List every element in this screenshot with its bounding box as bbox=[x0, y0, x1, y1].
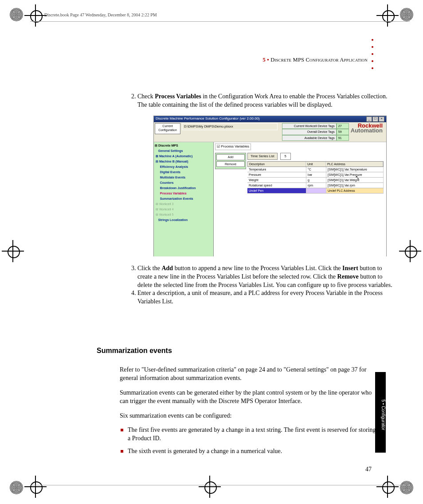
step-3: Click the Add button to append a new lin… bbox=[137, 264, 395, 290]
process-variables-grid[interactable]: Time Series List 5 Description Unit PLC … bbox=[247, 153, 384, 254]
numbered-steps: Check Process Variables in the Configura… bbox=[120, 93, 395, 306]
grid-row-selected[interactable]: Undef PenUndef PLC Address bbox=[247, 188, 384, 194]
grid-row[interactable]: Weightg[SIM]WC[1].Var.Weight bbox=[247, 178, 384, 183]
rockwell-logo: Rockwell Automation bbox=[351, 123, 385, 133]
remove-button[interactable]: Remove bbox=[216, 161, 245, 167]
action-buttons-panel: Add Remove bbox=[215, 153, 246, 169]
embedded-screenshot: Discrete Machine Performance Solution Co… bbox=[153, 116, 387, 256]
bullet-list: The first five events are generated by a… bbox=[120, 426, 377, 456]
reg-mark bbox=[7, 478, 26, 497]
work-area: ↖ ☑ Process Variables Add Remove Time Se… bbox=[214, 142, 386, 256]
body-paragraph: Refer to "User-defined summarization cri… bbox=[120, 366, 377, 383]
grid-row[interactable]: Pressurebar[SIM]WC[1].Var.Pressure bbox=[247, 172, 384, 178]
add-button[interactable]: Add bbox=[216, 154, 245, 160]
time-series-count: 5 bbox=[280, 153, 291, 160]
step-4: Enter a description, a unit of measure, … bbox=[137, 289, 395, 306]
page-number: 47 bbox=[365, 466, 372, 473]
print-header: Discrete.book Page 47 Wednesday, Decembe… bbox=[44, 12, 157, 17]
reg-mark bbox=[7, 5, 26, 24]
thumb-tab: 5 • Configurator bbox=[375, 372, 386, 453]
minimize-button[interactable]: _ bbox=[366, 116, 372, 122]
running-header: 5 • Discrete MPS Configurator Applicatio… bbox=[262, 57, 368, 63]
header-rule bbox=[30, 21, 410, 22]
crop-mark bbox=[199, 476, 221, 498]
close-button[interactable]: × bbox=[379, 116, 384, 122]
crop-mark bbox=[24, 476, 47, 498]
section-heading: Summarization events bbox=[97, 347, 172, 355]
crop-mark bbox=[2, 240, 24, 262]
step-2: Check Process Variables in the Configura… bbox=[137, 93, 395, 256]
grid-row[interactable]: Temperature°C[SIM]WC[1].Var.Temperature bbox=[247, 167, 384, 172]
config-toolbar: Current Configuration D:\DMPS\My DMPS\De… bbox=[154, 122, 386, 142]
crop-mark bbox=[376, 4, 399, 27]
bullet-item: The first five events are generated by a… bbox=[128, 426, 377, 443]
configuration-path-input[interactable]: D:\DMPS\My DMPS\Demo.pbsxx bbox=[182, 123, 278, 130]
current-configuration-button[interactable]: Current Configuration bbox=[155, 123, 180, 134]
window-title: Discrete Machine Performance Solution Co… bbox=[156, 116, 260, 121]
device-tags-summary: Current Workcell Device Tags27 Overall D… bbox=[282, 123, 349, 141]
time-series-label: Time Series List bbox=[247, 153, 278, 160]
crop-mark bbox=[376, 476, 399, 498]
restore-button[interactable]: □ bbox=[372, 116, 378, 122]
grid-row[interactable]: Rotational speedrpm[SIM]WC[1].Var.rpm bbox=[247, 183, 384, 188]
bullet-item: The sixth event is generated by a change… bbox=[128, 447, 377, 456]
body-paragraph: Six summarization events can be configur… bbox=[120, 412, 377, 420]
crop-mark bbox=[399, 240, 421, 262]
chapter-dots bbox=[372, 39, 373, 69]
body-paragraph: Summarization events can be generated ei… bbox=[120, 389, 377, 406]
process-variables-checkbox[interactable]: ☑ Process Variables bbox=[215, 143, 251, 150]
config-tree[interactable]: ⊟ Discrete MPS General Settings ⊞ Machin… bbox=[154, 142, 214, 256]
section-body: Refer to "User-defined summarization cri… bbox=[120, 360, 377, 462]
reg-mark bbox=[397, 478, 416, 497]
grid-header: Description Unit PLC Address bbox=[247, 161, 384, 167]
footer-rule bbox=[30, 485, 410, 485]
crop-mark bbox=[24, 4, 47, 27]
window-titlebar: Discrete Machine Performance Solution Co… bbox=[154, 116, 386, 122]
